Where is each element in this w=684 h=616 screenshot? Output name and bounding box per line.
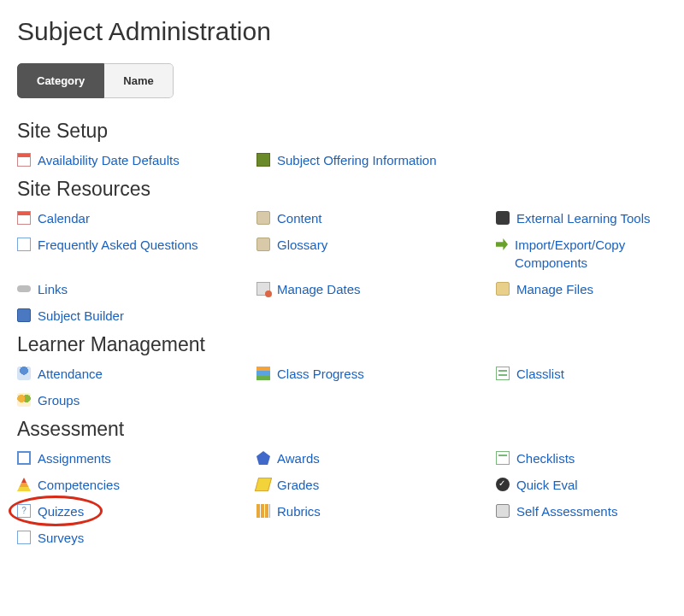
manage-dates-icon: [256, 282, 270, 296]
folder-icon: [496, 282, 510, 296]
survey-icon: [17, 531, 31, 544]
link-label: Calendar: [38, 209, 90, 227]
link-grades[interactable]: Grades: [256, 476, 496, 494]
link-label: Competencies: [38, 476, 120, 494]
page-title: Subject Administration: [17, 17, 667, 46]
list-icon: [496, 367, 510, 380]
link-label: External Learning Tools: [516, 209, 651, 227]
groups-icon: [17, 393, 31, 407]
link-label: Checklists: [516, 449, 575, 467]
section-heading-assessment: Assessment: [17, 418, 667, 441]
link-label: Frequently Asked Questions: [38, 236, 198, 254]
link-label: Availability Date Defaults: [38, 151, 180, 169]
person-icon: [17, 367, 31, 380]
link-availability-date-defaults[interactable]: Availability Date Defaults: [17, 151, 256, 169]
progress-bars-icon: [256, 367, 270, 380]
link-self-assessments[interactable]: Self Assessments: [496, 502, 684, 520]
import-export-icon: [496, 238, 508, 250]
link-label: Surveys: [38, 529, 84, 547]
builder-icon: [17, 308, 31, 322]
link-manage-files[interactable]: Manage Files: [496, 280, 684, 298]
link-label: Classlist: [516, 365, 564, 383]
link-classlist[interactable]: Classlist: [496, 365, 684, 383]
quick-eval-icon: [496, 478, 510, 491]
link-label: Manage Dates: [277, 280, 361, 298]
link-manage-dates[interactable]: Manage Dates: [256, 280, 496, 298]
link-rubrics[interactable]: Rubrics: [256, 502, 496, 520]
link-class-progress[interactable]: Class Progress: [256, 365, 496, 383]
link-label: Subject Offering Information: [277, 151, 437, 169]
quiz-icon: [17, 504, 31, 518]
view-toggle: Category Name: [17, 63, 174, 98]
link-label: Subject Builder: [38, 307, 124, 325]
section-heading-site-setup: Site Setup: [17, 120, 667, 143]
link-links[interactable]: Links: [17, 280, 256, 298]
link-glossary[interactable]: Glossary: [256, 236, 496, 272]
toggle-name-button[interactable]: Name: [104, 63, 173, 98]
link-label: Class Progress: [277, 365, 364, 383]
grid-icon: [256, 504, 270, 518]
faq-icon: [17, 238, 31, 251]
open-book-icon: [256, 238, 270, 251]
link-competencies[interactable]: Competencies: [17, 476, 256, 494]
link-label: Import/Export/Copy Components: [515, 236, 684, 272]
link-label: Manage Files: [516, 280, 593, 298]
link-label: Attendance: [38, 365, 103, 383]
link-attendance[interactable]: Attendance: [17, 365, 256, 383]
link-surveys[interactable]: Surveys: [17, 529, 256, 547]
link-quizzes[interactable]: Quizzes: [17, 502, 256, 520]
toggle-category-button[interactable]: Category: [17, 63, 104, 98]
link-label: Quick Eval: [516, 476, 578, 494]
link-label: Glossary: [277, 236, 327, 254]
link-label: Content: [277, 209, 322, 227]
book-icon: [256, 153, 270, 167]
link-label: Links: [38, 280, 68, 298]
link-subject-builder[interactable]: Subject Builder: [17, 307, 256, 325]
link-assignments[interactable]: Assignments: [17, 449, 256, 467]
link-label: Awards: [277, 449, 320, 467]
self-assessment-icon: [496, 504, 510, 518]
checklist-icon: [496, 451, 510, 465]
link-quick-eval[interactable]: Quick Eval: [496, 476, 684, 494]
link-external-learning-tools[interactable]: External Learning Tools: [496, 209, 684, 227]
link-label: Quizzes: [38, 502, 84, 520]
calendar-icon: [17, 153, 31, 167]
link-content[interactable]: Content: [256, 209, 496, 227]
assignment-icon: [17, 451, 31, 465]
pyramid-icon: [17, 478, 31, 491]
link-import-export-copy[interactable]: Import/Export/Copy Components: [496, 236, 684, 272]
link-label: Assignments: [38, 449, 111, 467]
link-groups[interactable]: Groups: [17, 391, 256, 409]
ruler-icon: [255, 478, 272, 491]
section-heading-site-resources: Site Resources: [17, 178, 667, 201]
link-frequently-asked-questions[interactable]: Frequently Asked Questions: [17, 236, 256, 272]
puzzle-icon: [496, 211, 510, 225]
link-subject-offering-information[interactable]: Subject Offering Information: [256, 151, 496, 169]
section-heading-learner-management: Learner Management: [17, 333, 667, 356]
link-checklists[interactable]: Checklists: [496, 449, 684, 467]
link-label: Rubrics: [277, 502, 321, 520]
chain-link-icon: [17, 285, 31, 292]
link-label: Self Assessments: [516, 502, 617, 520]
link-awards[interactable]: Awards: [256, 449, 496, 467]
link-label: Grades: [277, 476, 319, 494]
calendar-icon: [17, 211, 31, 225]
award-badge-icon: [256, 451, 270, 465]
link-calendar[interactable]: Calendar: [17, 209, 256, 227]
link-label: Groups: [38, 391, 80, 409]
open-book-icon: [256, 211, 270, 225]
